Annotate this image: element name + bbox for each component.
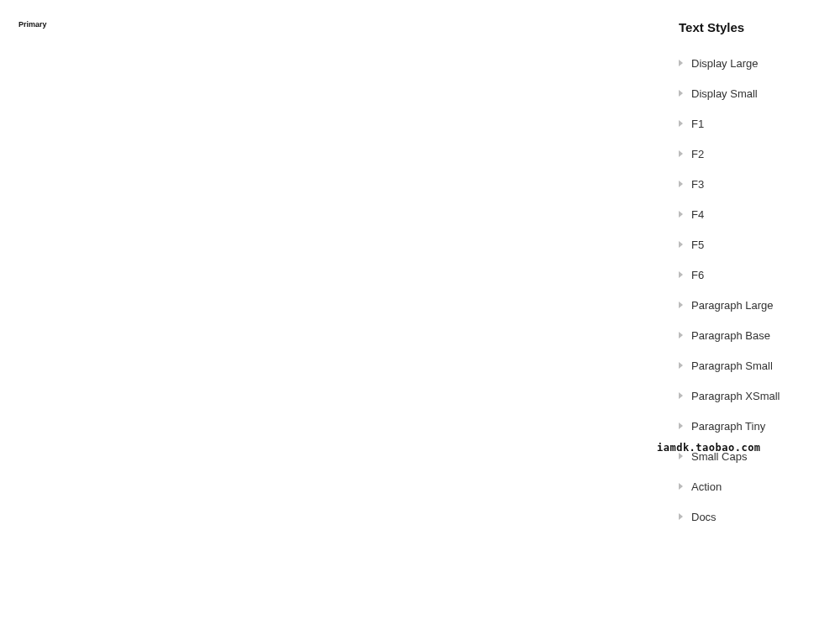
text-style-item[interactable]: Display Large <box>679 50 833 76</box>
chevron-right-icon <box>679 483 683 490</box>
text-style-item[interactable]: F4 <box>679 201 833 228</box>
text-style-item[interactable]: Paragraph Tiny <box>679 412 833 439</box>
chevron-right-icon <box>679 181 683 187</box>
text-style-item[interactable]: Paragraph XSmall <box>679 382 833 409</box>
chevron-right-icon <box>679 422 683 429</box>
text-style-item[interactable]: F3 <box>679 171 833 197</box>
chevron-right-icon <box>679 150 683 157</box>
text-style-label: Paragraph Base <box>691 329 770 342</box>
chevron-right-icon <box>679 362 683 369</box>
text-style-label: F4 <box>691 208 704 221</box>
text-style-item[interactable]: Display Small <box>679 80 833 107</box>
text-style-label: Display Large <box>691 57 759 70</box>
text-style-item[interactable]: Paragraph Base <box>679 322 833 349</box>
chevron-right-icon <box>679 392 683 399</box>
chevron-right-icon <box>679 211 683 218</box>
text-style-label: F6 <box>691 269 704 281</box>
text-style-label: Paragraph Small <box>691 359 773 372</box>
text-style-label: F2 <box>691 148 704 160</box>
text-style-item[interactable]: Docs <box>679 503 833 530</box>
chevron-right-icon <box>679 513 683 520</box>
chevron-right-icon <box>679 271 683 278</box>
chevron-right-icon <box>679 332 683 338</box>
text-style-label: F5 <box>691 239 704 251</box>
text-style-label: Action <box>691 480 722 493</box>
text-style-label: Docs <box>691 511 717 523</box>
text-style-item[interactable]: F2 <box>679 140 833 167</box>
text-style-label: Paragraph Tiny <box>691 420 765 433</box>
group-title: Primary <box>18 20 654 29</box>
text-style-label: Paragraph Large <box>691 299 774 312</box>
chevron-right-icon <box>679 60 683 66</box>
text-style-label: F3 <box>691 178 704 191</box>
watermark: iamdk.taobao.com <box>657 442 761 454</box>
text-style-item[interactable]: Action <box>679 473 833 500</box>
chevron-right-icon <box>679 90 683 97</box>
text-style-item[interactable]: F5 <box>679 231 833 258</box>
chevron-right-icon <box>679 453 683 459</box>
chevron-right-icon <box>679 120 683 127</box>
chevron-right-icon <box>679 302 683 308</box>
text-style-item[interactable]: Paragraph Small <box>679 352 833 379</box>
text-style-item[interactable]: F6 <box>679 261 833 288</box>
text-style-label: F1 <box>691 118 704 130</box>
text-style-item[interactable]: Paragraph Large <box>679 291 833 318</box>
text-style-item[interactable]: F1 <box>679 110 833 137</box>
chevron-right-icon <box>679 241 683 248</box>
text-style-label: Paragraph XSmall <box>691 390 780 402</box>
text-style-label: Display Small <box>691 87 758 100</box>
sidebar-title: Text Styles <box>679 20 833 34</box>
